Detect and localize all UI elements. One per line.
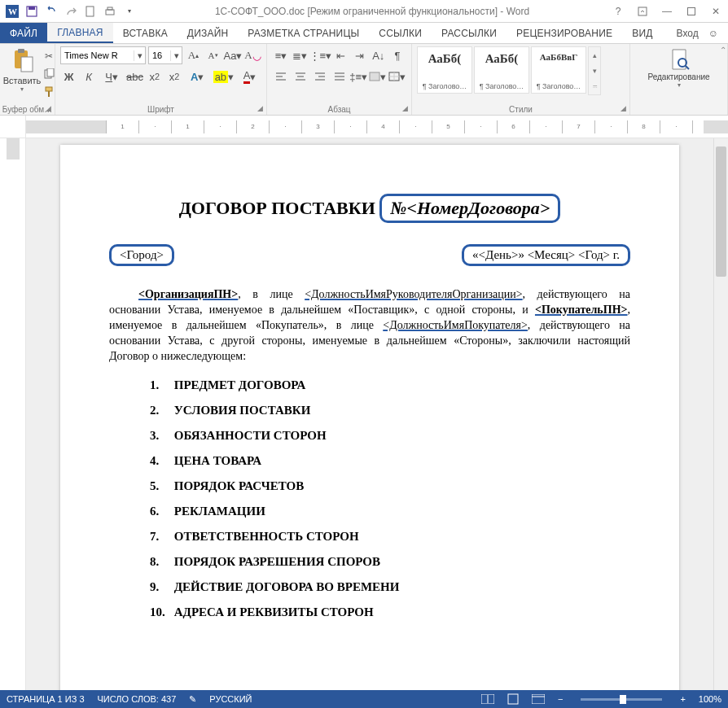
document-page[interactable]: ДОГОВОР ПОСТАВКИ №<НомерДоговора> <Город…	[60, 145, 679, 690]
horizontal-ruler[interactable]: 1·1·2·3·4·5·6·7·8·9·10·11·12·13·14·15·16…	[26, 116, 728, 138]
group-styles-label: Стили	[412, 105, 629, 114]
svg-rect-11	[21, 57, 33, 72]
minimize-button[interactable]: —	[655, 0, 679, 23]
shading-button[interactable]: ▾	[369, 68, 388, 85]
doc-number-field: №<НомерДоговора>	[379, 194, 560, 223]
tab-view[interactable]: ВИД	[622, 23, 662, 43]
subscript-button[interactable]: x2	[146, 68, 163, 85]
font-dialog-launcher[interactable]: ◢	[255, 103, 265, 113]
vertical-scrollbar[interactable]	[713, 138, 728, 690]
style-item[interactable]: АаБб(¶ Заголово…	[474, 46, 529, 94]
svg-rect-8	[688, 7, 695, 15]
svg-rect-20	[508, 694, 518, 704]
ribbon-display-button[interactable]	[630, 0, 655, 23]
font-name-combo[interactable]: Times New R▾	[60, 46, 146, 64]
font-size-combo[interactable]: 16▾	[148, 46, 182, 64]
view-print-layout[interactable]	[507, 693, 519, 705]
zoom-out-button[interactable]: −	[558, 694, 563, 704]
tab-references[interactable]: ССЫЛКИ	[369, 23, 432, 43]
italic-button[interactable]: К	[80, 68, 97, 85]
word-app-icon[interactable]: W	[3, 2, 21, 20]
paste-button[interactable]: Вставить ▾	[5, 46, 39, 100]
highlight-button[interactable]: ab▾	[212, 68, 235, 85]
find-button[interactable]: Редактирование ▾	[635, 46, 722, 100]
window-buttons: ? — ✕	[606, 0, 728, 23]
signin-link[interactable]: Вход	[672, 28, 704, 39]
style-item[interactable]: АаБб(¶ Заголово…	[417, 46, 472, 94]
close-button[interactable]: ✕	[704, 0, 728, 23]
justify-button[interactable]	[330, 68, 349, 85]
doc-section-item: 6. РЕКЛАМАЦИИ	[150, 505, 630, 518]
multilevel-list-button[interactable]: ⋮≡▾	[309, 46, 331, 64]
bold-button[interactable]: Ж	[60, 68, 77, 85]
grow-font-button[interactable]: A▴	[185, 46, 202, 64]
change-case-button[interactable]: Aa▾	[224, 46, 242, 64]
format-painter-button[interactable]	[41, 84, 57, 100]
group-paragraph: ≡▾ ≣▾ ⋮≡▾ ⇤ ⇥ A↓ ¶ ‡≡▾ ▾ ▾ Абзац ◢	[267, 44, 412, 115]
help-button[interactable]: ?	[606, 0, 630, 23]
group-styles: АаБб(¶ Заголово… АаБб(¶ Заголово… АаБбВв…	[412, 44, 630, 115]
bullets-button[interactable]: ≡▾	[272, 46, 290, 64]
text-effects-button[interactable]: A▾	[186, 68, 209, 85]
smiley-icon[interactable]: ☺	[704, 28, 723, 39]
doc-date-field: «<День>» <Месяц> <Год> г.	[462, 244, 630, 266]
superscript-button[interactable]: x2	[165, 68, 182, 85]
svg-rect-7	[638, 7, 647, 15]
status-page[interactable]: СТРАНИЦА 1 ИЗ 3	[7, 694, 85, 704]
doc-section-item: 5. ПОРЯДОК РАСЧЕТОВ	[150, 479, 630, 493]
cut-button[interactable]: ✂	[41, 48, 57, 64]
align-left-button[interactable]	[272, 68, 291, 85]
ruler-corner[interactable]	[0, 116, 26, 138]
show-marks-button[interactable]: ¶	[388, 46, 406, 64]
style-item[interactable]: АаБбВвГ¶ Заголово…	[531, 46, 586, 94]
tab-review[interactable]: РЕЦЕНЗИРОВАНИЕ	[507, 23, 622, 43]
clear-formatting-button[interactable]: A◡	[244, 46, 261, 64]
tab-design[interactable]: ДИЗАЙН	[178, 23, 239, 43]
numbering-button[interactable]: ≣▾	[291, 46, 309, 64]
zoom-in-button[interactable]: +	[680, 694, 685, 704]
styles-dialog-launcher[interactable]: ◢	[618, 103, 628, 113]
undo-button[interactable]	[42, 2, 60, 20]
status-proofing-icon[interactable]: ✎	[189, 694, 196, 705]
svg-rect-15	[48, 91, 50, 97]
clipboard-dialog-launcher[interactable]: ◢	[43, 103, 53, 113]
quick-access-toolbar: W ▾	[0, 2, 138, 20]
tab-mailings[interactable]: РАССЫЛКИ	[432, 23, 507, 43]
tab-home[interactable]: ГЛАВНАЯ	[47, 23, 112, 43]
zoom-slider[interactable]	[581, 698, 662, 701]
doc-section-item: 8. ПОРЯДОК РАЗРЕШЕНИЯ СПОРОВ	[150, 555, 630, 569]
strikethrough-button[interactable]: abc	[126, 68, 143, 85]
doc-section-item: 1. ПРЕДМЕТ ДОГОВОРА	[150, 378, 630, 392]
view-read-mode[interactable]	[481, 694, 494, 704]
sort-button[interactable]: A↓	[370, 46, 388, 64]
shrink-font-button[interactable]: A▾	[204, 46, 221, 64]
maximize-button[interactable]	[679, 0, 704, 23]
save-button[interactable]	[23, 2, 41, 20]
zoom-level[interactable]: 100%	[699, 694, 721, 704]
tab-insert[interactable]: ВСТАВКА	[113, 23, 178, 43]
vertical-ruler[interactable]	[0, 138, 26, 690]
align-right-button[interactable]	[310, 68, 329, 85]
new-doc-button[interactable]	[81, 2, 99, 20]
align-center-button[interactable]	[292, 68, 310, 85]
tab-page-layout[interactable]: РАЗМЕТКА СТРАНИЦЫ	[238, 23, 369, 43]
title-bar: W ▾ 1С-СОФТ_ООО.doc [Режим ограниченной …	[0, 0, 728, 23]
borders-button[interactable]: ▾	[388, 68, 406, 85]
underline-button[interactable]: Ч ▾	[100, 68, 124, 85]
view-web-layout[interactable]	[532, 694, 545, 704]
copy-button[interactable]	[41, 66, 57, 82]
font-color-button[interactable]: A▾	[238, 68, 261, 85]
group-editing: Редактирование ▾	[630, 44, 728, 115]
qat-customize-icon[interactable]: ▾	[121, 2, 138, 20]
line-spacing-button[interactable]: ‡≡▾	[349, 68, 368, 85]
print-button[interactable]	[101, 2, 119, 20]
svg-rect-4	[86, 7, 94, 16]
status-language[interactable]: РУССКИЙ	[209, 694, 252, 704]
redo-button[interactable]	[62, 2, 80, 20]
decrease-indent-button[interactable]: ⇤	[331, 46, 349, 64]
increase-indent-button[interactable]: ⇥	[351, 46, 369, 64]
styles-gallery-scroll[interactable]: ▴▾⎓	[588, 46, 601, 95]
tab-file[interactable]: ФАЙЛ	[0, 23, 47, 43]
status-words[interactable]: ЧИСЛО СЛОВ: 437	[98, 694, 177, 704]
paragraph-dialog-launcher[interactable]: ◢	[400, 103, 410, 113]
